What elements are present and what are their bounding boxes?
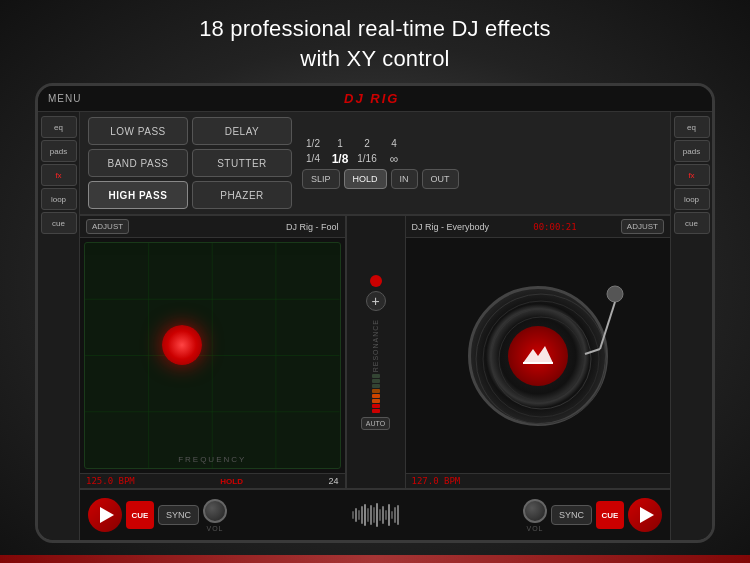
fx-btn-bandpass[interactable]: BAND PASS bbox=[88, 149, 188, 177]
main-content: eq pads fx loop cue LOW PASS DELAY BAND … bbox=[38, 112, 712, 540]
sidebar-item-loop-right[interactable]: loop bbox=[674, 188, 710, 210]
sidebar-item-fx-left[interactable]: fx bbox=[41, 164, 77, 186]
sidebar-item-pads-left[interactable]: pads bbox=[41, 140, 77, 162]
transport-left: CUE SYNC VOL bbox=[88, 498, 227, 532]
center-waveform bbox=[352, 503, 399, 527]
res-seg-3 bbox=[372, 399, 380, 403]
track-name-left: DJ Rig - Fool bbox=[286, 222, 339, 232]
top-bar: MENU DJ RIG bbox=[38, 86, 712, 112]
beat-eighth[interactable]: 1/8 bbox=[329, 152, 351, 166]
sidebar-item-loop-left[interactable]: loop bbox=[41, 188, 77, 210]
fx-btn-lowpass[interactable]: LOW PASS bbox=[88, 117, 188, 145]
wf-bar-2 bbox=[355, 508, 357, 522]
res-seg-5 bbox=[372, 389, 380, 393]
vol-label-left: VOL bbox=[207, 525, 224, 532]
beat-row-2: 1/4 1/8 1/16 ∞ bbox=[302, 152, 658, 166]
play-icon-left bbox=[100, 507, 114, 523]
beat-half[interactable]: 1/2 bbox=[302, 138, 324, 149]
sidebar-item-eq-left[interactable]: eq bbox=[41, 116, 77, 138]
beat-section: 1/2 1 2 4 1/4 1/8 1/16 ∞ SLIP HOLD bbox=[298, 117, 662, 209]
wf-bar-11 bbox=[382, 506, 384, 524]
out-btn[interactable]: OUT bbox=[422, 169, 459, 189]
bpm-right: 127.0 BPM bbox=[412, 476, 461, 486]
turntable-container bbox=[406, 238, 671, 473]
header-line1: 18 professional real-time DJ effects bbox=[199, 16, 551, 41]
wf-bar-5 bbox=[364, 504, 366, 526]
sidebar-item-cue-right[interactable]: cue bbox=[674, 212, 710, 234]
sidebar-item-fx-right[interactable]: fx bbox=[674, 164, 710, 186]
vol-label-right: VOL bbox=[526, 525, 543, 532]
fx-btn-highpass[interactable]: HIGH PASS bbox=[88, 181, 188, 209]
sidebar-item-cue-left[interactable]: cue bbox=[41, 212, 77, 234]
header-text: 18 professional real-time DJ effects wit… bbox=[159, 0, 591, 83]
sidebar-left: eq pads fx loop cue bbox=[38, 112, 80, 540]
svg-line-12 bbox=[600, 302, 615, 349]
deck-left-bottom: 125.0 BPM HOLD 24 bbox=[80, 473, 345, 488]
wf-bar-6 bbox=[367, 508, 369, 522]
deck-left: ADJUST DJ Rig - Fool bbox=[80, 216, 346, 488]
wf-bar-13 bbox=[388, 504, 390, 526]
track-name-right: DJ Rig - Everybody bbox=[412, 222, 490, 232]
xy-dot[interactable] bbox=[162, 325, 202, 365]
beat-sixteenth[interactable]: 1/16 bbox=[356, 153, 378, 164]
beat-four[interactable]: 4 bbox=[383, 138, 405, 149]
effects-section: LOW PASS DELAY BAND PASS STUTTER HIGH PA… bbox=[80, 112, 670, 216]
deck-right-header: DJ Rig - Everybody 00:00:21 ADJUST bbox=[406, 216, 671, 238]
wf-bar-7 bbox=[370, 505, 372, 525]
app-title: DJ RIG bbox=[344, 91, 399, 106]
wf-bar-3 bbox=[358, 510, 360, 520]
sidebar-right: eq pads fx loop cue bbox=[670, 112, 712, 540]
tonearm-icon bbox=[565, 284, 625, 364]
res-seg-7 bbox=[372, 379, 380, 383]
record-dot bbox=[370, 275, 382, 287]
sidebar-item-eq-right[interactable]: eq bbox=[674, 116, 710, 138]
in-btn[interactable]: IN bbox=[391, 169, 418, 189]
sync-btn-right[interactable]: SYNC bbox=[551, 505, 592, 525]
wf-bar-16 bbox=[397, 505, 399, 525]
fx-grid: LOW PASS DELAY BAND PASS STUTTER HIGH PA… bbox=[88, 117, 292, 209]
header-line2: with XY control bbox=[300, 46, 449, 71]
beat-two[interactable]: 2 bbox=[356, 138, 378, 149]
num-display-left: 24 bbox=[328, 476, 338, 486]
transport-bar: CUE SYNC VOL bbox=[80, 488, 670, 540]
wf-bar-10 bbox=[379, 509, 381, 521]
adjust-btn-left[interactable]: ADJUST bbox=[86, 219, 129, 234]
hold-btn[interactable]: HOLD bbox=[344, 169, 387, 189]
time-display-right: 00:00:21 bbox=[533, 222, 576, 232]
vol-knob-right[interactable] bbox=[523, 499, 547, 523]
transport-right: VOL SYNC CUE bbox=[523, 498, 662, 532]
ipad-frame: MENU DJ RIG eq pads fx loop cue LOW PASS… bbox=[35, 83, 715, 543]
fx-btn-phazer[interactable]: PHAZER bbox=[192, 181, 292, 209]
res-seg-2 bbox=[372, 404, 380, 408]
center-panel: LOW PASS DELAY BAND PASS STUTTER HIGH PA… bbox=[80, 112, 670, 540]
vol-knob-left[interactable] bbox=[203, 499, 227, 523]
beat-quarter[interactable]: 1/4 bbox=[302, 153, 324, 164]
adjust-btn-right[interactable]: ADJUST bbox=[621, 219, 664, 234]
play-btn-left[interactable] bbox=[88, 498, 122, 532]
add-btn[interactable]: + bbox=[366, 291, 386, 311]
xy-pad[interactable]: FREQUENCY bbox=[84, 242, 341, 469]
cue-btn-left[interactable]: CUE bbox=[126, 501, 154, 529]
fx-btn-delay[interactable]: DELAY bbox=[192, 117, 292, 145]
cue-btn-right[interactable]: CUE bbox=[596, 501, 624, 529]
play-btn-right[interactable] bbox=[628, 498, 662, 532]
wf-bar-14 bbox=[391, 511, 393, 519]
slip-btn[interactable]: SLIP bbox=[302, 169, 340, 189]
menu-label: MENU bbox=[48, 93, 81, 104]
deck-right-bottom: 127.0 BPM bbox=[406, 473, 671, 488]
sync-btn-left[interactable]: SYNC bbox=[158, 505, 199, 525]
fx-btn-stutter[interactable]: STUTTER bbox=[192, 149, 292, 177]
deck-section: ADJUST DJ Rig - Fool bbox=[80, 216, 670, 488]
sidebar-item-pads-right[interactable]: pads bbox=[674, 140, 710, 162]
beat-one[interactable]: 1 bbox=[329, 138, 351, 149]
deck-right: DJ Rig - Everybody 00:00:21 ADJUST bbox=[406, 216, 671, 488]
bpm-left: 125.0 BPM bbox=[86, 476, 135, 486]
wf-bar-1 bbox=[352, 511, 354, 519]
auto-btn[interactable]: AUTO bbox=[361, 417, 390, 430]
turntable[interactable] bbox=[468, 286, 608, 426]
res-seg-8 bbox=[372, 374, 380, 378]
wf-bar-4 bbox=[361, 506, 363, 524]
beat-inf[interactable]: ∞ bbox=[383, 152, 405, 166]
resonance-label: RESONANCE bbox=[372, 319, 379, 372]
hold-label-left: HOLD bbox=[220, 477, 243, 486]
